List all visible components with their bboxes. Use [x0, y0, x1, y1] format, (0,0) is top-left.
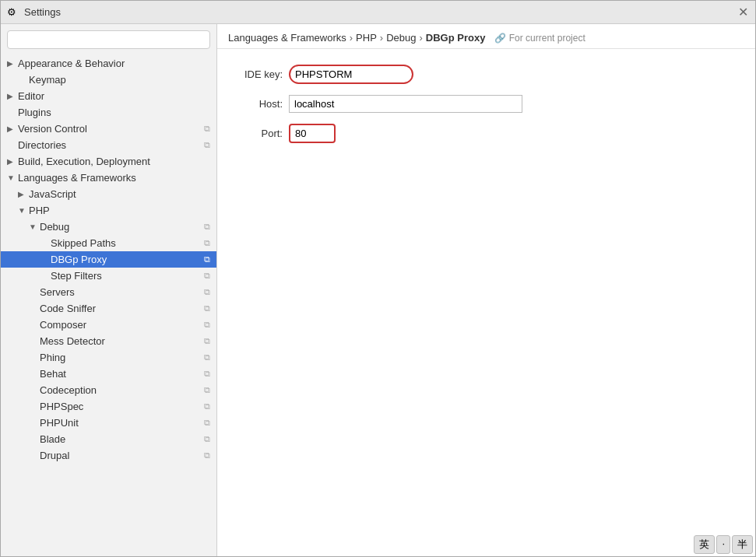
ide-key-row: IDE key: [228, 65, 744, 84]
settings-tree: ▶Appearance & BehaviorKeymap▶EditorPlugi… [1, 55, 216, 556]
sidebar-item-step-filters[interactable]: Step Filters⧉ [1, 268, 216, 284]
sidebar-item-appearance[interactable]: ▶Appearance & Behavior [1, 55, 216, 72]
sidebar-label-behat: Behat [40, 368, 204, 380]
sidebar-label-code-sniffer: Code Sniffer [40, 303, 204, 314]
breadcrumb-project-note: 🔗 For current project [494, 33, 585, 44]
title-bar: ⚙ Settings ✕ [1, 1, 755, 24]
copy-icon-phing[interactable]: ⧉ [204, 352, 210, 363]
sidebar-label-version-control: Version Control [18, 123, 204, 135]
close-button[interactable]: ✕ [737, 6, 749, 19]
sidebar-item-composer[interactable]: Composer⧉ [1, 317, 216, 333]
content-area: ▶Appearance & BehaviorKeymap▶EditorPlugi… [1, 24, 755, 556]
sidebar-label-phpunit: PHPUnit [40, 417, 204, 429]
sidebar-item-version-control[interactable]: ▶Version Control⧉ [1, 121, 216, 137]
main-panel: Languages & Frameworks › PHP › Debug › D… [217, 24, 755, 556]
breadcrumb-part-2: PHP [356, 32, 377, 44]
sidebar-item-phpspec[interactable]: PHPSpec⧉ [1, 398, 216, 415]
breadcrumb-sep-3: › [419, 32, 422, 44]
copy-icon-blade[interactable]: ⧉ [204, 434, 210, 444]
tree-arrow-build-execution: ▶ [7, 157, 18, 166]
sidebar-item-drupal[interactable]: Drupal⧉ [1, 447, 216, 464]
sidebar-label-php: PHP [29, 205, 210, 216]
tree-arrow-editor: ▶ [7, 92, 18, 100]
host-label: Host: [228, 98, 283, 110]
copy-icon-debug[interactable]: ⧉ [204, 222, 210, 232]
copy-icon-mess-detector[interactable]: ⧉ [204, 336, 210, 346]
sidebar-item-keymap[interactable]: Keymap [1, 72, 216, 88]
copy-icon-drupal[interactable]: ⧉ [204, 450, 210, 461]
copy-icon-skipped-paths[interactable]: ⧉ [204, 238, 210, 248]
copy-icon-phpunit[interactable]: ⧉ [204, 418, 210, 428]
sidebar-item-php[interactable]: ▼PHP [1, 202, 216, 219]
copy-icon-behat[interactable]: ⧉ [204, 369, 210, 379]
copy-icon-servers[interactable]: ⧉ [204, 287, 210, 297]
copy-icon-version-control[interactable]: ⧉ [204, 124, 210, 134]
sidebar-label-composer: Composer [40, 319, 204, 331]
tree-arrow-debug: ▼ [29, 222, 40, 231]
search-input[interactable] [7, 30, 210, 49]
sidebar-label-debug: Debug [40, 221, 204, 233]
copy-icon-phpspec[interactable]: ⧉ [204, 401, 210, 412]
copy-icon-composer[interactable]: ⧉ [204, 320, 210, 330]
sidebar-label-blade: Blade [40, 433, 204, 445]
sidebar-item-phing[interactable]: Phing⧉ [1, 349, 216, 366]
sidebar-label-phpspec: PHPSpec [40, 401, 204, 412]
tree-arrow-php: ▼ [18, 206, 29, 215]
port-input[interactable] [289, 124, 336, 143]
sidebar-label-step-filters: Step Filters [51, 270, 204, 282]
copy-icon-code-sniffer[interactable]: ⧉ [204, 303, 210, 314]
sidebar-item-behat[interactable]: Behat⧉ [1, 366, 216, 382]
tree-arrow-languages-frameworks: ▼ [7, 173, 18, 182]
sidebar-item-phpunit[interactable]: PHPUnit⧉ [1, 415, 216, 431]
sidebar-item-dbgp-proxy[interactable]: DBGp Proxy⧉ [1, 251, 216, 268]
sidebar-item-code-sniffer[interactable]: Code Sniffer⧉ [1, 300, 216, 317]
breadcrumb-current: DBGp Proxy [426, 32, 486, 44]
sidebar-item-languages-frameworks[interactable]: ▼Languages & Frameworks [1, 170, 216, 186]
sidebar-item-javascript[interactable]: ▶JavaScript [1, 186, 216, 202]
copy-icon-step-filters[interactable]: ⧉ [204, 271, 210, 281]
sidebar-item-servers[interactable]: Servers⧉ [1, 284, 216, 300]
sidebar-item-blade[interactable]: Blade⧉ [1, 431, 216, 447]
ime-button-1[interactable]: · [716, 535, 730, 554]
sidebar-label-codeception: Codeception [40, 384, 204, 396]
copy-icon-directories[interactable]: ⧉ [204, 140, 210, 150]
sidebar-item-codeception[interactable]: Codeception⧉ [1, 382, 216, 398]
copy-icon-codeception[interactable]: ⧉ [204, 385, 210, 395]
sidebar-label-editor: Editor [18, 90, 210, 102]
copy-icon-dbgp-proxy[interactable]: ⧉ [204, 254, 210, 264]
ide-key-input[interactable] [289, 65, 413, 84]
sidebar: ▶Appearance & BehaviorKeymap▶EditorPlugi… [1, 24, 217, 556]
sidebar-item-build-execution[interactable]: ▶Build, Execution, Deployment [1, 153, 216, 170]
sidebar-label-drupal: Drupal [40, 450, 204, 461]
tree-arrow-appearance: ▶ [7, 59, 18, 68]
host-row: Host: [228, 95, 744, 113]
port-row: Port: [228, 124, 744, 143]
window-icon: ⚙ [7, 6, 19, 19]
sidebar-label-mess-detector: Mess Detector [40, 335, 204, 347]
sidebar-item-skipped-paths[interactable]: Skipped Paths⧉ [1, 235, 216, 251]
sidebar-label-dbgp-proxy: DBGp Proxy [51, 254, 204, 265]
ime-button-0[interactable]: 英 [694, 535, 715, 554]
sidebar-item-mess-detector[interactable]: Mess Detector⧉ [1, 333, 216, 349]
sidebar-item-plugins[interactable]: Plugins [1, 104, 216, 121]
host-input[interactable] [289, 95, 522, 113]
sidebar-label-phing: Phing [40, 352, 204, 363]
breadcrumb-sep-2: › [380, 32, 383, 44]
ime-button-2[interactable]: 半 [732, 535, 753, 554]
breadcrumb: Languages & Frameworks › PHP › Debug › D… [217, 24, 755, 49]
sidebar-label-servers: Servers [40, 286, 204, 298]
window-title: Settings [24, 6, 732, 18]
sidebar-label-javascript: JavaScript [29, 188, 210, 200]
breadcrumb-part-1: Languages & Frameworks [228, 32, 346, 44]
port-label: Port: [228, 128, 283, 139]
tree-arrow-version-control: ▶ [7, 124, 18, 133]
sidebar-label-build-execution: Build, Execution, Deployment [18, 156, 210, 167]
sidebar-item-editor[interactable]: ▶Editor [1, 88, 216, 104]
ime-status-bar: 英·半 [691, 532, 756, 557]
sidebar-label-skipped-paths: Skipped Paths [51, 237, 204, 249]
tree-arrow-javascript: ▶ [18, 190, 29, 198]
breadcrumb-sep-1: › [350, 32, 353, 44]
sidebar-item-debug[interactable]: ▼Debug⧉ [1, 219, 216, 235]
sidebar-label-plugins: Plugins [18, 107, 210, 118]
sidebar-item-directories[interactable]: Directories⧉ [1, 137, 216, 153]
